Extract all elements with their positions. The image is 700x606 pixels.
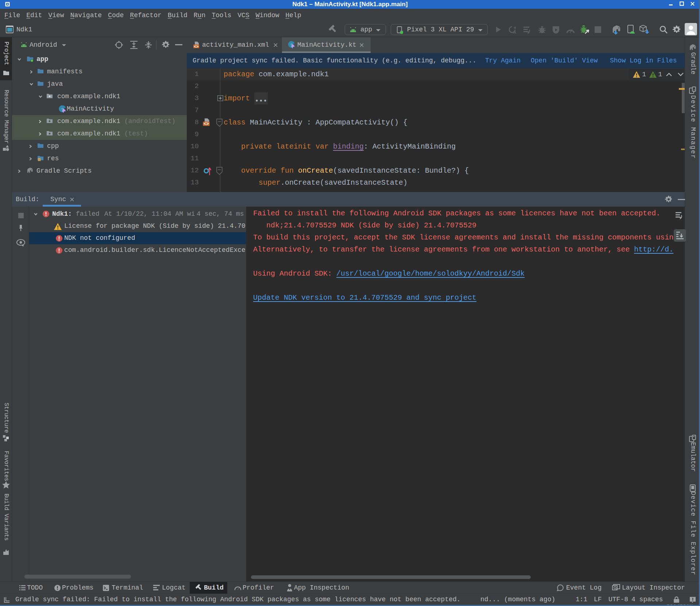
svg-text:A: A: [513, 30, 516, 34]
svg-text:<>: <>: [204, 122, 209, 127]
svg-text:<>: <>: [194, 45, 199, 49]
